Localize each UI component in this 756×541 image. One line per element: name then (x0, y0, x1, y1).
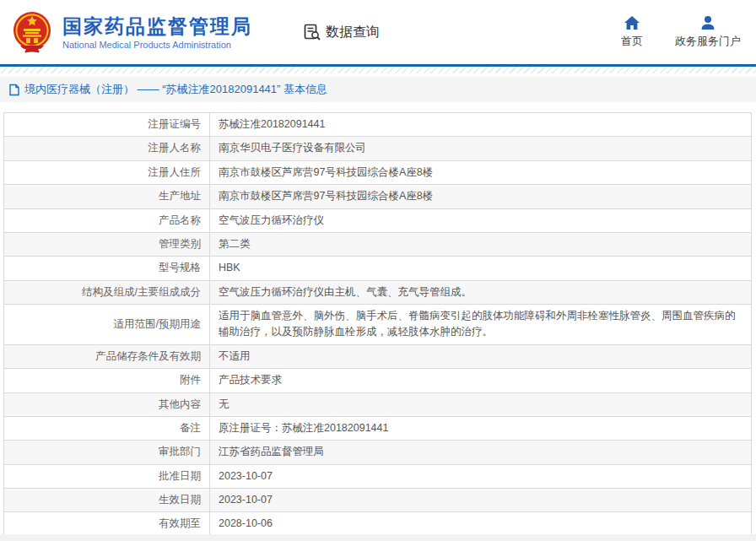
row-label: 有效期至 (159, 517, 201, 529)
site-header: 国家药品监督管理局 National Medical Products Admi… (0, 0, 756, 64)
info-table-body: 注册证编号 苏械注准20182091441 注册人名称 南京华贝电子医疗设备有限… (4, 113, 752, 541)
table-row: 注册人名称 南京华贝电子医疗设备有限公司 (4, 137, 752, 160)
row-label: 产品名称 (159, 214, 201, 226)
table-row: 审批部门 江苏省药品监督管理局 (4, 441, 752, 464)
table-row: 附件 产品技术要求 (4, 369, 752, 392)
table-row: 备注 原注册证号：苏械注准20182091441 (4, 416, 752, 440)
footer-strip (0, 534, 756, 541)
row-label: 注册人住所 (148, 166, 202, 178)
nav-home[interactable]: 首页 (621, 15, 643, 49)
row-label: 结构及组成/主要组成成分 (82, 286, 201, 298)
table-row: 生效日期 2023-10-07 (4, 489, 752, 512)
home-icon (624, 15, 640, 30)
document-icon (8, 84, 20, 96)
row-label: 生产地址 (159, 190, 201, 202)
table-row: 结构及组成/主要组成成分 空气波压力循环治疗仪由主机、气囊、充气导管组成。 (4, 280, 752, 304)
header-nav: 首页 政务服务门户 (621, 15, 741, 49)
hatch-strip (0, 67, 756, 73)
row-label: 附件 (180, 374, 201, 386)
table-row: 管理类别 第二类 (4, 232, 752, 256)
row-label: 型号规格 (159, 262, 201, 273)
row-value: 南京市鼓楼区芦席营97号科技园综合楼A座8楼 (210, 185, 752, 208)
user-icon (699, 15, 716, 30)
nav-data-query[interactable]: 数据查询 (303, 23, 380, 41)
row-value: 2023-10-07 (210, 464, 752, 488)
table-row: 注册人住所 南京市鼓楼区芦席营97号科技园综合楼A座8楼 (4, 160, 752, 184)
row-label: 产品储存条件及有效期 (95, 350, 201, 362)
row-label: 生效日期 (159, 494, 201, 506)
site-title: 国家药品监督管理局 (62, 14, 252, 39)
row-label: 审批部门 (159, 446, 201, 457)
row-value: 不适用 (210, 344, 752, 368)
row-value: 2023-10-07 (210, 489, 752, 512)
row-value: 空气波压力循环治疗仪 (210, 208, 752, 232)
row-label: 注册人名称 (148, 142, 202, 154)
table-row: 型号规格 HBK (4, 257, 752, 280)
table-row: 产品储存条件及有效期 不适用 (4, 344, 752, 368)
breadcrumb: 境内医疗器械（注册） —— “苏械注准20182091441” 基本信息 (0, 77, 756, 102)
row-value: 空气波压力循环治疗仪由主机、气囊、充气导管组成。 (210, 280, 752, 304)
row-value: 江苏省药品监督管理局 (210, 441, 752, 464)
row-value: 产品技术要求 (210, 369, 752, 392)
row-value: HBK (210, 257, 752, 280)
row-value: 2028-10-06 (210, 512, 752, 536)
table-row: 产品名称 空气波压力循环治疗仪 (4, 208, 752, 232)
site-logo: 国家药品监督管理局 National Medical Products Admi… (12, 10, 252, 54)
row-label: 备注 (180, 422, 201, 434)
row-value: 无 (210, 392, 752, 416)
row-label: 注册证编号 (148, 118, 202, 130)
table-row: 批准日期 2023-10-07 (4, 464, 752, 488)
row-value: 第二类 (210, 232, 752, 256)
nav-portal[interactable]: 政务服务门户 (675, 15, 741, 49)
site-subtitle: National Medical Products Administration (62, 40, 252, 50)
table-row: 适用范围/预期用途 适用于脑血管意外、脑外伤、脑手术后、脊髓病变引起的肢体功能障… (4, 305, 752, 345)
registration-info-table: 注册证编号 苏械注准20182091441 注册人名称 南京华贝电子医疗设备有限… (3, 112, 752, 541)
breadcrumb-text: 境内医疗器械（注册） —— “苏械注准20182091441” 基本信息 (24, 82, 327, 97)
row-value: 南京市鼓楼区芦席营97号科技园综合楼A座8楼 (210, 160, 752, 184)
row-label: 批准日期 (159, 470, 201, 482)
row-value: 南京华贝电子医疗设备有限公司 (210, 137, 752, 160)
table-row: 有效期至 2028-10-06 (4, 512, 752, 536)
row-label: 适用范围/预期用途 (114, 318, 201, 330)
row-value: 苏械注准20182091441 (210, 113, 752, 137)
table-row: 其他内容 无 (4, 392, 752, 416)
table-row: 生产地址 南京市鼓楼区芦席营97号科技园综合楼A座8楼 (4, 185, 752, 208)
row-label: 管理类别 (159, 238, 201, 250)
data-query-icon (303, 23, 321, 41)
row-value: 原注册证号：苏械注准20182091441 (210, 416, 752, 440)
table-row: 注册证编号 苏械注准20182091441 (4, 113, 752, 137)
row-value: 适用于脑血管意外、脑外伤、脑手术后、脊髓病变引起的肢体功能障碍和外周非栓塞性脉管… (210, 305, 752, 345)
national-emblem-icon (12, 10, 52, 54)
row-label: 其他内容 (159, 398, 201, 410)
